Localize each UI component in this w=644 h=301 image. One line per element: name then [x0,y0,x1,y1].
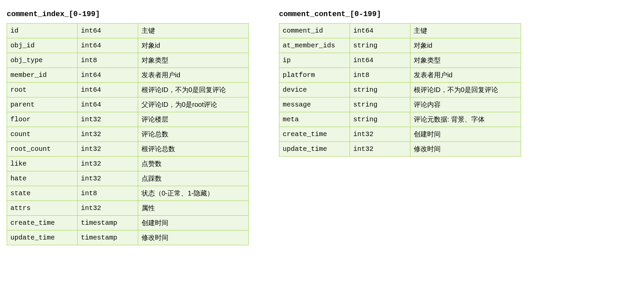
table-row: ipint64对象类型 [279,53,521,68]
field-name: obj_type [7,53,78,68]
field-name: hate [7,171,78,186]
field-desc: 修改时间 [138,230,248,245]
table-row: parentint64父评论ID，为0是root评论 [7,97,249,112]
field-name: create_time [279,127,350,142]
table-row: metastring评论元数据: 背景、字体 [279,112,521,127]
field-type: string [350,83,410,97]
schema-table: comment_idint64主键at_member_idsstring对象id… [279,23,521,157]
table-body-1: comment_idint64主键at_member_idsstring对象id… [279,24,521,157]
table-row: devicestring根评论ID，不为0是回复评论 [279,83,521,97]
table-row: create_timetimestamp创建时间 [7,216,249,230]
table-row: platformint8发表者用户id [279,68,521,83]
field-desc: 对象类型 [410,53,521,68]
field-type: int64 [350,53,410,68]
field-type: string [350,38,410,53]
field-type: int8 [77,53,138,68]
table-comment-content: comment_content_[0-199] comment_idint64主… [279,10,521,157]
table-body-0: idint64主键obj_idint64对象idobj_typeint8对象类型… [7,24,249,245]
table-row: attrsint32属性 [7,201,249,216]
field-type: int8 [350,68,410,83]
field-type: int64 [350,24,410,38]
field-type: string [350,112,410,127]
schema-table: idint64主键obj_idint64对象idobj_typeint8对象类型… [7,23,249,245]
table-row: messagestring评论内容 [279,97,521,112]
table-row: root_countint32根评论总数 [7,142,249,157]
field-name: parent [7,97,78,112]
field-desc: 根评论总数 [138,142,248,157]
field-name: comment_id [279,24,350,38]
table-title: comment_index_[0-199] [7,10,249,18]
field-type: int64 [77,68,138,83]
field-name: attrs [7,201,78,216]
table-row: update_timetimestamp修改时间 [7,230,249,245]
field-desc: 属性 [138,201,248,216]
table-row: rootint64根评论ID，不为0是回复评论 [7,83,249,97]
field-name: root_count [7,142,78,157]
table-row: hateint32点踩数 [7,171,249,186]
field-desc: 根评论ID，不为0是回复评论 [410,83,521,97]
table-row: comment_idint64主键 [279,24,521,38]
field-name: update_time [279,142,350,157]
field-name: create_time [7,216,78,230]
field-type: int32 [350,142,410,157]
field-name: at_member_ids [279,38,350,53]
table-row: obj_typeint8对象类型 [7,53,249,68]
field-type: int32 [77,127,138,142]
field-desc: 对象id [410,38,521,53]
tables-container: comment_index_[0-199] idint64主键obj_idint… [7,10,637,245]
field-type: int32 [77,112,138,127]
field-desc: 根评论ID，不为0是回复评论 [138,83,248,97]
field-desc: 评论元数据: 背景、字体 [410,112,521,127]
field-type: timestamp [77,230,138,245]
table-row: stateint8状态（0-正常、1-隐藏） [7,186,249,201]
field-name: id [7,24,78,38]
field-type: string [350,97,410,112]
table-row: at_member_idsstring对象id [279,38,521,53]
field-name: count [7,127,78,142]
table-comment-index: comment_index_[0-199] idint64主键obj_idint… [7,10,249,245]
field-name: member_id [7,68,78,83]
field-name: ip [279,53,350,68]
field-desc: 创建时间 [410,127,521,142]
field-type: int8 [77,186,138,201]
table-row: create_timeint32创建时间 [279,127,521,142]
field-type: int32 [77,157,138,171]
field-desc: 评论内容 [410,97,521,112]
table-row: floorint32评论楼层 [7,112,249,127]
field-desc: 对象id [138,38,248,53]
field-name: platform [279,68,350,83]
field-type: int64 [77,83,138,97]
table-row: member_idint64发表者用户id [7,68,249,83]
field-desc: 点赞数 [138,157,248,171]
table-row: update_timeint32修改时间 [279,142,521,157]
field-desc: 父评论ID，为0是root评论 [138,97,248,112]
field-name: like [7,157,78,171]
field-type: int32 [350,127,410,142]
field-desc: 评论楼层 [138,112,248,127]
field-type: timestamp [77,216,138,230]
field-type: int32 [77,171,138,186]
field-name: floor [7,112,78,127]
field-desc: 修改时间 [410,142,521,157]
field-desc: 状态（0-正常、1-隐藏） [138,186,248,201]
field-name: device [279,83,350,97]
field-desc: 创建时间 [138,216,248,230]
table-row: countint32评论总数 [7,127,249,142]
field-name: meta [279,112,350,127]
table-row: likeint32点赞数 [7,157,249,171]
field-type: int32 [77,142,138,157]
field-name: update_time [7,230,78,245]
field-desc: 评论总数 [138,127,248,142]
table-row: idint64主键 [7,24,249,38]
field-name: root [7,83,78,97]
field-desc: 主键 [138,24,248,38]
field-type: int32 [77,201,138,216]
field-desc: 发表者用户id [138,68,248,83]
field-desc: 主键 [410,24,521,38]
table-row: obj_idint64对象id [7,38,249,53]
field-desc: 发表者用户id [410,68,521,83]
field-name: obj_id [7,38,78,53]
field-type: int64 [77,97,138,112]
field-type: int64 [77,38,138,53]
field-name: message [279,97,350,112]
